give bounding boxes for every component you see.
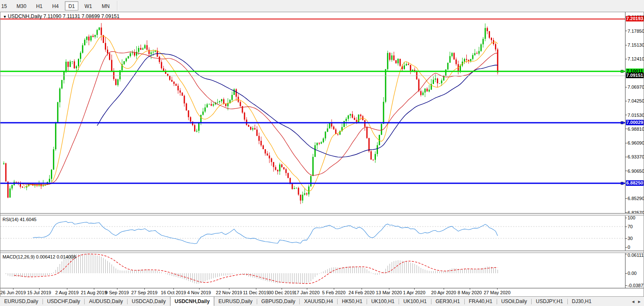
macd-tick-label: 0.061119 (628, 253, 644, 258)
timeframe-button-h4[interactable]: H4 (49, 1, 62, 11)
date-tick-mark (389, 288, 389, 290)
chart-dropdown-icon[interactable]: ▼ (3, 15, 8, 19)
date-tick-mark (470, 288, 470, 290)
date-label: 26 Jun 2019 (0, 290, 26, 295)
price-tick-label: 6.93370 (628, 154, 644, 159)
tab-uk100-h1[interactable]: UK100,H1 (399, 297, 431, 306)
chart-ohlc-values: 7.11090 7.11131 7.08699 7.09151 (43, 13, 120, 19)
rsi-plot[interactable] (0, 216, 625, 251)
tab-hk50-h1[interactable]: HK50,H1 (338, 297, 367, 306)
price-tick-mark (625, 87, 627, 87)
tab-dj30-h1[interactable]: DJ30,H1 (568, 297, 596, 306)
tab-usdcad-daily[interactable]: USDCAD,Daily (128, 297, 170, 306)
date-label: 20 Apr 2020 (431, 290, 456, 295)
date-label: 21 Aug 2019 (81, 290, 107, 295)
macd-panel: 0.0611190.00-0.03877 MACD(12,26,9) 0.006… (0, 253, 644, 288)
date-label: 1 Apr 2020 (403, 290, 425, 295)
price-tick-mark (625, 31, 627, 31)
macd-axis: 0.0611190.00-0.03877 (625, 253, 644, 288)
candlesticks (3, 23, 498, 204)
price-tick-label: 7.15130 (628, 42, 644, 47)
chart-title: ▼ USDCNH,Daily 7.11090 7.11131 7.08699 7… (3, 13, 120, 19)
date-tick-mark (173, 288, 174, 290)
macd-label: MACD(12,26,9) 0.006412 0.014008 (3, 254, 76, 259)
date-tick-mark (13, 288, 13, 290)
timeframe-button-h1[interactable]: H1 (33, 1, 46, 11)
tab-xauusd-h4[interactable]: XAUUSD,H4 (300, 297, 337, 306)
date-label: 8 May 2020 (458, 290, 482, 295)
date-tick-mark (67, 288, 67, 290)
date-label: 22 Nov 2019 (216, 290, 242, 295)
tab-usdchf-daily[interactable]: USDCHF,Daily (43, 297, 85, 306)
price-badge-7.20193: 7.20193 (626, 16, 644, 21)
rsi-tick-label: 100 (628, 215, 635, 220)
price-tick-label: 6.98810 (628, 127, 644, 132)
date-tick-mark (144, 288, 145, 290)
price-tick-label: 7.04250 (628, 98, 644, 103)
chart-tabs-bar: EURUSD,DailyUSDCHF,DailyAUDUSD,DailyUSDC… (0, 296, 644, 306)
price-tick-mark (625, 101, 627, 101)
timeframe-button-w1[interactable]: W1 (81, 1, 96, 11)
tab-usoil-daily[interactable]: USOil,Daily (497, 297, 531, 306)
price-tick-label: 6.90650 (628, 169, 644, 174)
tab-eurusd-daily[interactable]: EURUSD,Daily (0, 297, 43, 306)
tab-scroll-arrows: ◄► (629, 299, 644, 304)
tab-fra40-h1[interactable]: FRA40,H1 (465, 297, 497, 306)
price-tick-mark (625, 198, 627, 199)
timeframe-button-m30[interactable]: M30 (13, 1, 29, 11)
date-label: 24 Feb 2020 (349, 290, 375, 295)
rsi-line (33, 222, 498, 244)
rsi-tick-label: 70 (628, 224, 633, 229)
macd-tick-mark (625, 254, 627, 254)
scroll-tabs-right-icon[interactable]: ► (637, 299, 641, 304)
price-tick-mark (625, 157, 627, 157)
date-label: 2 Aug 2019 (55, 290, 79, 295)
chart-window: 7.205707.178507.151307.124107.069707.042… (0, 12, 644, 296)
date-tick-mark (362, 288, 362, 290)
price-tick-mark (625, 171, 627, 171)
timeframe-button-d1[interactable]: D1 (65, 1, 78, 11)
tab-audusd-daily[interactable]: AUDUSD,Daily (85, 297, 127, 306)
date-tick-mark (307, 288, 307, 290)
price-tick-label: 7.06970 (628, 84, 644, 90)
rsi-tick-mark (625, 227, 627, 227)
tab-usdcnh-daily[interactable]: USDCNH,Daily (170, 296, 214, 306)
tab-ger30-h1[interactable]: GER30,H1 (431, 297, 464, 306)
price-badge-7.09151: 7.09151 (626, 73, 644, 78)
price-tick-label: 6.85290 (628, 196, 644, 201)
date-label: 16 Oct 2019 (161, 290, 186, 295)
mt4-app: 15M30H1H4D1W1MN 7.205707.178507.151307.1… (0, 0, 644, 306)
level-handle-7.00029[interactable] (621, 121, 623, 124)
tab-uk100-h1[interactable]: UK100,H1 (367, 297, 399, 306)
macd-tick-mark (625, 285, 627, 286)
level-handle-7.10011[interactable] (621, 70, 623, 73)
ma-fast-line (10, 36, 498, 192)
timeframe-button-mn[interactable]: MN (98, 1, 113, 11)
date-label: 15 Jul 2019 (27, 290, 51, 295)
date-tick-mark (256, 288, 256, 290)
timeframe-button-15[interactable]: 15 (0, 1, 10, 11)
macd-tick-label: 0.00 (628, 271, 636, 276)
rsi-tick-mark (625, 247, 627, 248)
macd-tick-mark (625, 273, 627, 274)
tab-usdjpy-h1[interactable]: USDJPY,H1 (532, 297, 567, 306)
tab-gbpusd-daily[interactable]: GBPUSD,Daily (257, 297, 300, 306)
macd-histogram (4, 254, 498, 284)
price-panel: 7.205707.178507.151307.124107.069707.042… (0, 12, 644, 213)
price-tick-label: 7.12410 (628, 56, 644, 61)
date-axis[interactable]: 26 Jun 201915 Jul 20192 Aug 201921 Aug 2… (0, 288, 644, 297)
macd-plot[interactable] (0, 253, 625, 288)
date-label: 17 Jan 2020 (294, 290, 320, 295)
date-tick-mark (199, 288, 200, 290)
date-label: 27 May 2020 (484, 290, 511, 295)
tab-eurusd-daily[interactable]: EURUSD,Daily (214, 297, 257, 306)
level-handle-6.88250[interactable] (621, 182, 623, 185)
date-label: 11 Dec 2019 (243, 290, 269, 295)
timeframe-toolbar: 15M30H1H4D1W1MN (0, 0, 644, 12)
scroll-tabs-left-icon[interactable]: ◄ (631, 299, 635, 304)
date-label: 4 Nov 2019 (187, 290, 211, 295)
price-axis[interactable]: 7.205707.178507.151307.124107.069707.042… (625, 12, 644, 213)
rsi-axis: 10070300 (625, 216, 644, 251)
price-chart-plot[interactable] (0, 12, 625, 213)
price-tick-label: 7.01530 (628, 113, 644, 118)
